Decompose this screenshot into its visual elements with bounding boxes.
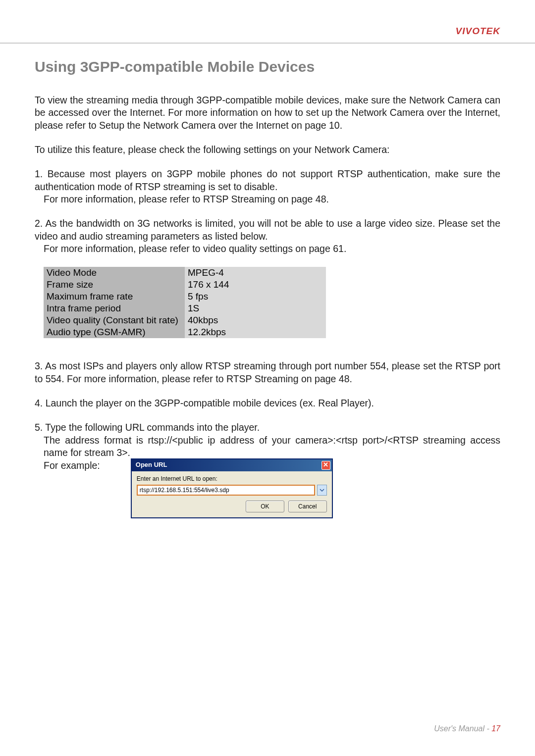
step-5-format: The address format is rtsp://<public ip … [35, 434, 500, 459]
table-value: 5 fps [185, 291, 326, 302]
document-page: VIVOTEK Using 3GPP-compatible Mobile Dev… [0, 0, 535, 756]
close-button[interactable]: ✕ [321, 461, 330, 470]
table-row: Audio type (GSM-AMR)12.2kbps [44, 326, 326, 338]
table-value: MPEG-4 [185, 267, 326, 279]
settings-table: Video ModeMPEG-4 Frame size176 x 144 Max… [44, 267, 326, 338]
table-row: Video ModeMPEG-4 [44, 267, 326, 279]
page-footer: User's Manual - 17 [434, 724, 500, 733]
dialog-prompt-label: Enter an Internet URL to open: [137, 475, 327, 483]
page-title: Using 3GPP-compatible Mobile Devices [35, 58, 500, 75]
step-5-text: 5. Type the following URL commands into … [35, 421, 500, 434]
page-header: VIVOTEK [0, 0, 535, 44]
close-icon: ✕ [323, 461, 328, 469]
table-label: Audio type (GSM-AMR) [44, 326, 185, 338]
step-2-text: 2. As the bandwidth on 3G networks is li… [35, 217, 500, 243]
cancel-button[interactable]: Cancel [288, 501, 327, 512]
page-content: Using 3GPP-compatible Mobile Devices To … [0, 44, 535, 518]
ok-button[interactable]: OK [246, 501, 284, 512]
dialog-title: Open URL [136, 461, 167, 469]
footer-label: User's Manual - [434, 724, 491, 733]
table-label: Frame size [44, 279, 185, 291]
dialog-body: Enter an Internet URL to open: OK Cancel [132, 471, 332, 518]
step-2: 2. As the bandwidth on 3G networks is li… [35, 217, 500, 255]
step-4: 4. Launch the player on the 3GPP-compati… [35, 397, 500, 409]
table-value: 1S [185, 302, 326, 314]
step-1: 1. Because most players on 3GPP mobile p… [35, 168, 500, 205]
step-1-note: For more information, please refer to RT… [35, 193, 500, 205]
table-value: 40kbps [185, 314, 326, 326]
dialog-titlebar: Open URL ✕ [132, 459, 332, 471]
table-value: 176 x 144 [185, 279, 326, 291]
table-row: Video quality (Constant bit rate)40kbps [44, 314, 326, 326]
open-url-dialog: Open URL ✕ Enter an Internet URL to open… [131, 458, 333, 519]
step-1-text: 1. Because most players on 3GPP mobile p… [35, 168, 500, 193]
intro-paragraph-1: To view the streaming media through 3GPP… [35, 94, 500, 132]
step-2-note: For more information, please refer to vi… [35, 243, 500, 255]
table-value: 12.2kbps [185, 326, 326, 338]
table-label: Intra frame period [44, 302, 185, 314]
table-row: Maximum frame rate5 fps [44, 291, 326, 302]
step-3: 3. As most ISPs and players only allow R… [35, 360, 500, 385]
intro-paragraph-2: To utilize this feature, please check th… [35, 144, 500, 156]
table-label: Video quality (Constant bit rate) [44, 314, 185, 326]
brand-label: VIVOTEK [456, 26, 500, 37]
step-5: 5. Type the following URL commands into … [35, 421, 500, 518]
page-number: 17 [491, 724, 500, 733]
table-row: Intra frame period1S [44, 302, 326, 314]
table-row: Frame size176 x 144 [44, 279, 326, 291]
chevron-down-icon [320, 488, 324, 493]
table-label: Video Mode [44, 267, 185, 279]
dropdown-button[interactable] [317, 485, 327, 496]
step-5-example-label: For example: [35, 459, 100, 472]
url-input[interactable] [137, 485, 315, 496]
table-label: Maximum frame rate [44, 291, 185, 302]
